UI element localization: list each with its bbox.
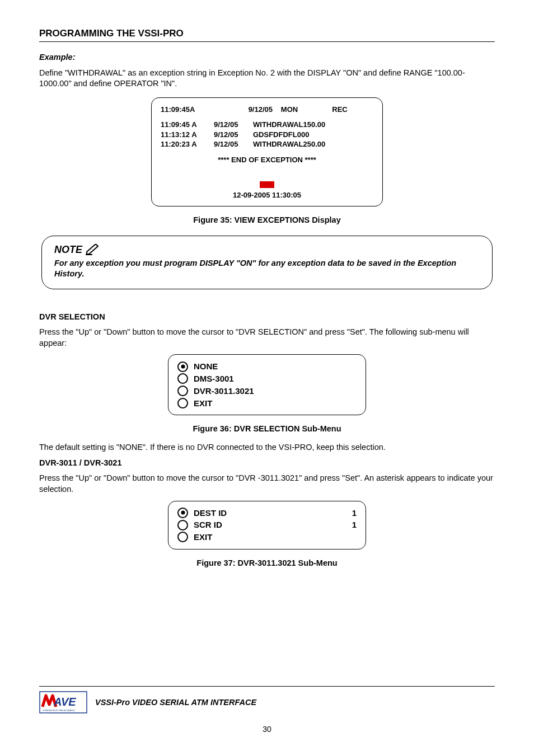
hdr-date: 9/12/05 bbox=[228, 105, 273, 115]
dvr-selection-text: Press the "Up" or "Down" button to move … bbox=[39, 327, 495, 349]
dvr-3011-heading: DVR-3011 / DVR-3021 bbox=[39, 458, 495, 469]
row-date: 9/12/05 bbox=[214, 130, 253, 140]
page-number: 30 bbox=[39, 725, 495, 734]
menu-value: 1 bbox=[352, 519, 357, 531]
menu-label: DEST ID bbox=[194, 507, 346, 519]
svg-text:AVE: AVE bbox=[53, 696, 76, 708]
menu-item-exit[interactable]: EXIT bbox=[177, 397, 357, 410]
svg-text:STRENGTH IN THE BUSINESS: STRENGTH IN THE BUSINESS bbox=[43, 709, 75, 712]
menu-label: EXIT bbox=[194, 531, 351, 543]
dvr-selection-heading: DVR SELECTION bbox=[39, 312, 495, 323]
radio-icon bbox=[177, 373, 188, 384]
rec-indicator-icon bbox=[260, 181, 274, 188]
hdr-rec: REC bbox=[306, 105, 373, 115]
figure-36-caption: Figure 36: DVR SELECTION Sub-Menu bbox=[39, 424, 495, 433]
footer-text: VSSI-Pro VIDEO SERIAL ATM INTERFACE bbox=[95, 698, 256, 707]
dvr-3011-text: Press the "Up" or "Down" button to move … bbox=[39, 473, 495, 495]
end-of-exception: **** END OF EXCEPTION **** bbox=[161, 155, 373, 165]
section-title: PROGRAMMING THE VSSI-PRO bbox=[39, 28, 495, 39]
menu-item-exit[interactable]: EXIT bbox=[177, 531, 357, 543]
dvr-3011-menu: DEST ID 1 SCR ID 1 EXIT bbox=[168, 501, 366, 550]
menu-item-dest-id[interactable]: DEST ID 1 bbox=[177, 507, 357, 519]
menu-label: DMS-3001 bbox=[194, 373, 234, 385]
menu-label: DVR-3011.3021 bbox=[194, 385, 254, 397]
footer-rule bbox=[39, 686, 495, 687]
row-value: WITHDRAWAL250.00 bbox=[253, 139, 325, 149]
row-time: 11:20:23 A bbox=[161, 139, 214, 149]
footer: AVE STRENGTH IN THE BUSINESS VSSI-Pro VI… bbox=[39, 686, 495, 734]
row-time: 11:09:45 A bbox=[161, 120, 214, 130]
menu-item-dms3001[interactable]: DMS-3001 bbox=[177, 373, 357, 385]
view-exceptions-display: 11:09:45A 9/12/05 MON REC 11:09:45 A 9/1… bbox=[151, 97, 383, 206]
row-value: WITHDRAWAL150.00 bbox=[253, 120, 325, 130]
example-label: Example: bbox=[39, 52, 495, 63]
hdr-mon: MON bbox=[273, 105, 306, 115]
menu-value: 1 bbox=[352, 507, 357, 519]
radio-icon bbox=[177, 386, 188, 396]
timestamp: 12-09-2005 11:30:05 bbox=[161, 190, 373, 200]
screen-row: 11:20:23 A 9/12/05 WITHDRAWAL250.00 bbox=[161, 139, 373, 149]
figure-35-caption: Figure 35: VIEW EXCEPTIONS Display bbox=[39, 215, 495, 224]
row-value: GDSFDFDFL000 bbox=[253, 130, 309, 140]
note-body: For any exception you must program DISPL… bbox=[54, 258, 480, 280]
hdr-time: 11:09:45A bbox=[161, 105, 228, 115]
screen-row: 11:13:12 A 9/12/05 GDSFDFDFL000 bbox=[161, 130, 373, 140]
title-rule bbox=[39, 41, 495, 42]
row-date: 9/12/05 bbox=[214, 139, 253, 149]
pencil-icon bbox=[86, 244, 100, 255]
dvr-selection-menu: NONE DMS-3001 DVR-3011.3021 EXIT bbox=[168, 354, 366, 415]
row-date: 9/12/05 bbox=[214, 120, 253, 130]
default-setting-text: The default setting is "NONE". If there … bbox=[39, 442, 495, 453]
radio-icon bbox=[177, 398, 188, 408]
ave-logo-icon: AVE STRENGTH IN THE BUSINESS bbox=[39, 691, 87, 713]
menu-item-none[interactable]: NONE bbox=[177, 360, 357, 373]
menu-label: EXIT bbox=[194, 397, 212, 410]
radio-icon bbox=[177, 361, 188, 372]
radio-icon bbox=[177, 532, 188, 542]
figure-37-caption: Figure 37: DVR-3011.3021 Sub-Menu bbox=[39, 558, 495, 567]
row-time: 11:13:12 A bbox=[161, 130, 214, 140]
menu-item-scr-id[interactable]: SCR ID 1 bbox=[177, 519, 357, 531]
menu-label: SCR ID bbox=[194, 519, 346, 531]
note-title: NOTE bbox=[54, 244, 82, 256]
screen-row: 11:09:45 A 9/12/05 WITHDRAWAL150.00 bbox=[161, 120, 373, 130]
menu-item-dvr3011[interactable]: DVR-3011.3021 bbox=[177, 385, 357, 397]
note-box: NOTE For any exception you must program … bbox=[41, 236, 493, 289]
menu-label: NONE bbox=[194, 360, 218, 373]
radio-icon bbox=[177, 520, 188, 530]
radio-icon bbox=[177, 508, 188, 518]
example-text: Define "WITHDRAWAL" as an exception stri… bbox=[39, 68, 495, 90]
